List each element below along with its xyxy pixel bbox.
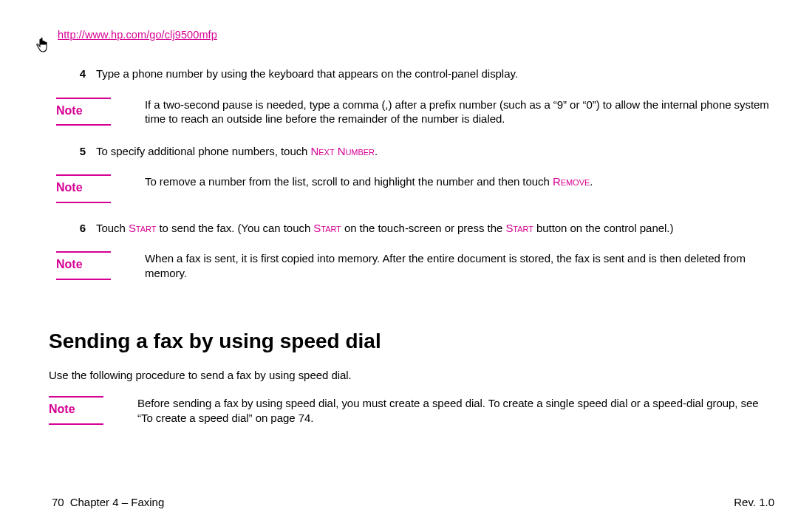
note-2: Note To remove a number from the list, s…: [56, 174, 771, 203]
note-4: Note Before sending a fax by using speed…: [49, 396, 771, 425]
step-number: 6: [56, 221, 96, 236]
step-number: 5: [56, 144, 96, 159]
section-intro: Use the following procedure to send a fa…: [49, 368, 352, 383]
manual-page: http://www.hp.com/go/clj9500mfp 4 Type a…: [0, 0, 798, 532]
section-heading: Sending a fax by using speed dial: [49, 328, 381, 355]
step-number: 4: [56, 66, 96, 81]
footer-left: 70Chapter 4 – Faxing: [52, 495, 164, 510]
chapter-title: Chapter 4 – Faxing: [70, 496, 165, 508]
step-text: To specify additional phone numbers, tou…: [96, 144, 771, 159]
product-url-link[interactable]: http://www.hp.com/go/clj9500mfp: [58, 28, 217, 42]
step-4: 4 Type a phone number by using the keybo…: [56, 66, 771, 81]
step-5: 5 To specify additional phone numbers, t…: [56, 144, 771, 159]
procedure-body: 4 Type a phone number by using the keybo…: [56, 66, 771, 280]
page-number: 70: [52, 496, 64, 508]
note-text: To remove a number from the list, scroll…: [145, 174, 771, 203]
note-label: Note: [56, 98, 111, 126]
note-label: Note: [49, 396, 103, 425]
ui-label-start: Start: [129, 222, 156, 234]
ui-label-next-number: Next Number: [311, 145, 375, 157]
note-text: If a two-second pause is needed, type a …: [145, 98, 771, 126]
ui-label-start: Start: [505, 222, 533, 234]
step-text: Type a phone number by using the keyboar…: [96, 66, 771, 81]
note-3: Note When a fax is sent, it is first cop…: [56, 251, 771, 280]
ui-label-remove: Remove: [553, 175, 590, 188]
note-label: Note: [56, 174, 111, 203]
note-label: Note: [56, 251, 111, 280]
footer-right: Rev. 1.0: [734, 495, 774, 510]
note-text: Before sending a fax by using speed dial…: [137, 396, 771, 425]
note-text: When a fax is sent, it is first copied i…: [145, 251, 771, 280]
step-text: Touch Start to send the fax. (You can to…: [96, 221, 771, 236]
step-6: 6 Touch Start to send the fax. (You can …: [56, 221, 771, 236]
ui-label-start: Start: [313, 222, 341, 234]
hand-pointer-icon: [35, 37, 51, 60]
note-1: Note If a two-second pause is needed, ty…: [56, 98, 771, 126]
